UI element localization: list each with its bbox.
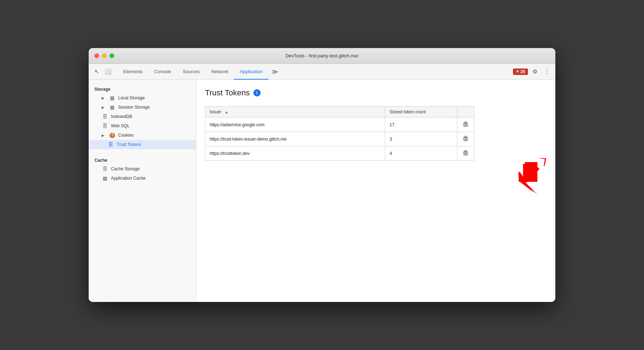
close-button[interactable]	[94, 53, 99, 58]
cache-section-label: Cache	[89, 155, 196, 164]
error-count: 25	[521, 69, 525, 74]
main-panel: Trust Tokens i Issuer ▲ Stored token cou…	[196, 80, 555, 302]
table-row: https://adservice.google.com 17	[205, 118, 474, 132]
tabbar-actions: ✕ 25 ⚙ ⋮	[509, 64, 552, 79]
tab-console[interactable]: Console	[148, 64, 177, 80]
titlebar: DevTools - first-party-test.glitch.me/	[89, 48, 555, 64]
col-header-delete	[457, 107, 474, 118]
sidebar-label-cookies: Cookies	[118, 133, 134, 138]
more-options-button[interactable]: ⋮	[542, 66, 552, 77]
svg-rect-1	[465, 122, 467, 122]
svg-marker-19	[518, 164, 534, 193]
more-tabs-icon: ≫	[271, 68, 278, 76]
cookie-icon: 🍪	[109, 132, 115, 138]
grid-icon: ▦	[102, 175, 108, 181]
sidebar-item-application-cache[interactable]: ▦ Application Cache	[89, 174, 196, 183]
delete-row-button[interactable]	[462, 135, 470, 143]
cell-count: 17	[385, 118, 457, 132]
cursor-tool-button[interactable]: ↖	[92, 67, 102, 77]
cursor-icon: ↖	[94, 68, 99, 75]
db-icon: 🗄	[102, 123, 108, 129]
page-title-area: Trust Tokens i	[205, 88, 547, 98]
expand-arrow-icon: ▶	[102, 133, 106, 137]
vertical-dots-icon: ⋮	[544, 68, 550, 75]
sidebar-item-indexeddb[interactable]: 🗄 IndexedDB	[89, 112, 196, 121]
trash-icon	[463, 136, 468, 141]
sort-arrow-icon: ▲	[225, 110, 228, 114]
table-row: https://trust-token-issuer-demo.glitch.m…	[205, 132, 474, 146]
svg-marker-21	[517, 154, 546, 186]
col-header-count[interactable]: Stored token count	[385, 107, 457, 118]
settings-button[interactable]: ⚙	[529, 66, 540, 77]
trash-icon	[463, 121, 468, 127]
svg-rect-13	[465, 150, 467, 151]
sidebar-item-cache-storage[interactable]: 🗄 Cache Storage	[89, 164, 196, 174]
expand-arrow-icon: ▶	[102, 105, 106, 109]
trash-icon	[463, 150, 468, 156]
expand-arrow-icon: ▶	[102, 96, 106, 100]
sidebar-label-session-storage: Session Storage	[118, 105, 150, 110]
cell-issuer: https://adservice.google.com	[205, 118, 385, 132]
cell-delete	[457, 132, 474, 146]
svg-rect-7	[465, 136, 467, 137]
traffic-lights	[94, 53, 114, 58]
sidebar-item-cookies[interactable]: ▶ 🍪 Cookies	[89, 131, 196, 140]
window-title: DevTools - first-party-test.glitch.me/	[285, 53, 359, 58]
db-icon: 🗄	[107, 142, 114, 147]
trust-tokens-table: Issuer ▲ Stored token count https://adse…	[205, 106, 474, 161]
sidebar-label-trust-tokens: Trust Tokens	[117, 142, 141, 147]
grid-icon: ▦	[109, 104, 115, 110]
gear-icon: ⚙	[532, 68, 537, 75]
col-header-issuer[interactable]: Issuer ▲	[205, 107, 385, 118]
tab-sources[interactable]: Sources	[177, 64, 206, 80]
info-icon[interactable]: i	[253, 89, 261, 96]
sidebar-label-application-cache: Application Cache	[111, 176, 146, 181]
svg-marker-20	[517, 153, 547, 186]
more-tabs-button[interactable]: ≫	[269, 64, 281, 79]
devtools-tools: ↖ ⬜	[92, 64, 117, 79]
error-x-icon: ✕	[516, 69, 519, 74]
storage-section-label: Storage	[89, 84, 196, 93]
devtools-window: DevTools - first-party-test.glitch.me/ ↖…	[89, 48, 555, 302]
svg-marker-22	[517, 162, 542, 188]
delete-row-button[interactable]	[462, 120, 470, 129]
inspect-icon: ⬜	[104, 68, 112, 75]
db-icon: 🗄	[102, 166, 108, 172]
sidebar-label-web-sql: Web SQL	[111, 123, 130, 128]
sidebar-label-indexeddb: IndexedDB	[111, 114, 132, 119]
sidebar-item-local-storage[interactable]: ▶ ▦ Local Storage	[89, 93, 196, 103]
sidebar-item-web-sql[interactable]: 🗄 Web SQL	[89, 121, 196, 131]
sidebar-item-trust-tokens[interactable]: 🗄 Trust Tokens	[89, 140, 196, 149]
cell-delete	[457, 118, 474, 132]
tab-list: Elements Console Sources Network Applica…	[117, 64, 509, 79]
sidebar-item-session-storage[interactable]: ▶ ▦ Session Storage	[89, 103, 196, 112]
table-row: https://trusttoken.dev 4	[205, 146, 474, 161]
tab-network[interactable]: Network	[206, 64, 234, 80]
sidebar-label-cache-storage: Cache Storage	[111, 166, 140, 171]
cell-count: 3	[385, 132, 457, 146]
sidebar: Storage ▶ ▦ Local Storage ▶ ▦ Session St…	[89, 80, 196, 302]
grid-icon: ▦	[109, 95, 115, 101]
inspect-tool-button[interactable]: ⬜	[103, 67, 113, 77]
maximize-button[interactable]	[109, 53, 114, 58]
annotation-arrow	[505, 162, 537, 196]
error-count-badge[interactable]: ✕ 25	[513, 68, 528, 75]
tabbar: ↖ ⬜ Elements Console Sources Network App…	[89, 64, 555, 80]
cell-count: 4	[385, 146, 457, 161]
cell-issuer: https://trust-token-issuer-demo.glitch.m…	[205, 132, 385, 146]
db-icon: 🗄	[102, 114, 108, 119]
main-content: Storage ▶ ▦ Local Storage ▶ ▦ Session St…	[89, 80, 555, 302]
cell-delete	[457, 146, 474, 161]
annotation-red-arrow	[513, 153, 547, 188]
tab-elements[interactable]: Elements	[117, 64, 148, 80]
cell-issuer: https://trusttoken.dev	[205, 146, 385, 161]
tab-application[interactable]: Application	[234, 64, 269, 80]
sidebar-label-local-storage: Local Storage	[118, 95, 145, 100]
delete-row-button[interactable]	[462, 149, 470, 157]
svg-marker-18	[521, 162, 537, 194]
minimize-button[interactable]	[102, 53, 107, 58]
page-title-text: Trust Tokens	[205, 88, 250, 98]
red-arrow-annotation	[516, 157, 548, 190]
